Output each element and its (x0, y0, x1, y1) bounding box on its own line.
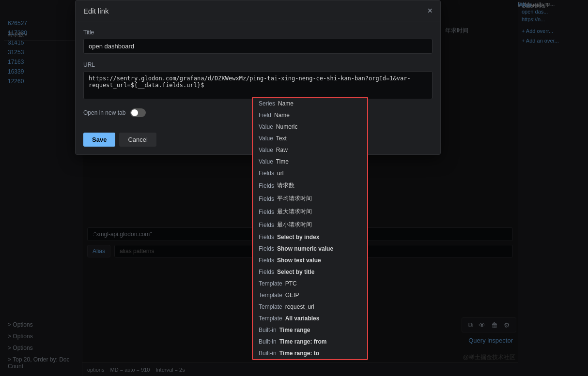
modal-close-button[interactable]: × (427, 6, 433, 15)
dropdown-item-value: Show text value (277, 257, 321, 264)
dropdown-item-category: Fields (259, 234, 274, 241)
dropdown-items-container: SeriesNameFieldNameValueNumericValueText… (253, 98, 367, 359)
dropdown-item[interactable]: Fieldsurl (253, 167, 367, 179)
open-new-tab-label: Open in new tab (83, 109, 125, 116)
dropdown-item-category: Fields (259, 257, 274, 264)
dropdown-item[interactable]: Templaterequest_url (253, 301, 367, 313)
dropdown-item[interactable]: FieldsSelect by title (253, 266, 367, 278)
dropdown-item[interactable]: Fields最小请求时间 (253, 218, 367, 231)
dropdown-item[interactable]: Fields最大请求时间 (253, 205, 367, 218)
dropdown-item-value: 最小请求时间 (277, 221, 312, 229)
dropdown-item-value: Text (276, 135, 287, 142)
dropdown-item[interactable]: Built-inTime range: from (253, 336, 367, 347)
dropdown-item-category: Fields (259, 182, 274, 189)
dropdown-item[interactable]: TemplateAll variables (253, 313, 367, 324)
dropdown-item[interactable]: ValueText (253, 133, 367, 144)
title-label: Title (83, 29, 433, 36)
dropdown-item-category: Template (259, 292, 282, 299)
dropdown-item-category: Fields (259, 170, 274, 177)
dropdown-item[interactable]: ValueTime (253, 156, 367, 167)
dropdown-item-category: Field (259, 112, 271, 119)
dropdown-item-category: Template (259, 303, 282, 310)
dropdown-item-category: Fields (259, 209, 274, 215)
dropdown-item-category: Value (259, 158, 273, 165)
dropdown-item[interactable]: SeriesName (253, 98, 367, 109)
dropdown-item-value: Name (278, 100, 294, 107)
dropdown-item-category: Template (259, 280, 282, 287)
modal-title: Edit link (83, 7, 109, 15)
dropdown-item-value: Show numeric value (277, 245, 333, 252)
dropdown-item-value: Select by title (277, 269, 314, 275)
dropdown-item-category: Value (259, 147, 273, 153)
dropdown-item-value: request_url (285, 303, 314, 310)
dropdown-item[interactable]: Built-inTime range (253, 324, 367, 336)
dropdown-item[interactable]: Built-inTime range: to (253, 347, 367, 359)
dropdown-item-value: PTC (285, 280, 297, 287)
dropdown-item[interactable]: ValueRaw (253, 144, 367, 156)
url-form-group: URL (83, 61, 433, 101)
modal-header: Edit link × (76, 0, 440, 21)
dropdown-item-value: Numeric (276, 123, 298, 130)
dropdown-item-value: GEIP (285, 292, 299, 299)
url-label: URL (83, 61, 433, 68)
dropdown-item[interactable]: Fields平均请求时间 (253, 192, 367, 205)
dropdown-item[interactable]: TemplateGEIP (253, 289, 367, 301)
dropdown-item-value: Name (274, 112, 290, 119)
save-button[interactable]: Save (83, 133, 115, 147)
dropdown-item-category: Fields (259, 245, 274, 252)
dropdown-item-value: Time (276, 158, 289, 165)
dropdown-item-category: Built-in (259, 327, 277, 333)
dropdown-item-value: Raw (276, 147, 288, 153)
dropdown-item[interactable]: FieldsShow numeric value (253, 243, 367, 255)
dropdown-item-value: Time range: from (279, 338, 327, 345)
dropdown-item-value: 平均请求时间 (277, 195, 312, 203)
dropdown-item[interactable]: ValueNumeric (253, 121, 367, 133)
dropdown-item-value: All variables (285, 315, 320, 322)
dropdown-item-category: Series (259, 100, 275, 107)
dropdown-item[interactable]: FieldsShow text value (253, 255, 367, 266)
dropdown-item[interactable]: FieldsSelect by index (253, 231, 367, 243)
open-new-tab-toggle[interactable] (130, 108, 146, 117)
dropdown-item[interactable]: TemplatePTC (253, 278, 367, 289)
dropdown-item-category: Fields (259, 269, 274, 275)
dropdown-item-category: Fields (259, 196, 274, 202)
dropdown-item-value: 最大请求时间 (277, 208, 312, 216)
dropdown-item[interactable]: FieldName (253, 109, 367, 121)
dropdown-item-value: url (277, 170, 283, 177)
variable-dropdown[interactable]: SeriesNameFieldNameValueNumericValueText… (252, 97, 368, 360)
dropdown-item-value: Time range: to (279, 350, 319, 357)
dropdown-item-value: 请求数 (277, 181, 294, 190)
title-input[interactable] (83, 39, 433, 54)
dropdown-item-category: Template (259, 315, 282, 322)
dropdown-item-category: Fields (259, 222, 274, 228)
url-textarea[interactable] (83, 71, 433, 99)
dropdown-item-category: Value (259, 123, 273, 130)
dropdown-item-category: Built-in (259, 338, 277, 345)
dropdown-item-category: Built-in (259, 350, 277, 357)
dropdown-item-value: Time range (279, 327, 310, 333)
cancel-button[interactable]: Cancel (119, 133, 156, 147)
dropdown-item-category: Value (259, 135, 273, 142)
dropdown-item-value: Select by index (277, 234, 319, 241)
title-form-group: Title (83, 29, 433, 54)
dropdown-item[interactable]: Fields请求数 (253, 179, 367, 192)
